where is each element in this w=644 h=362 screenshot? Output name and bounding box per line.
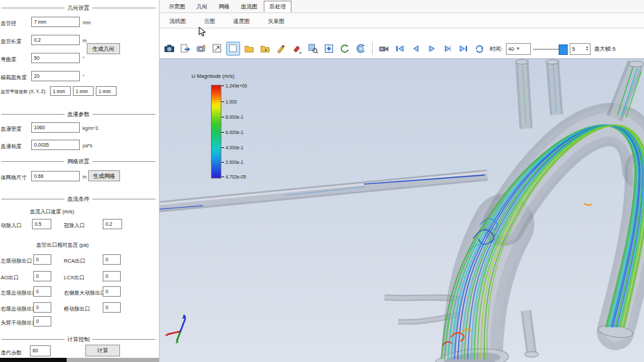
- inlet-2-field[interactable]: 0.2: [103, 219, 122, 229]
- zoom-to-box-icon[interactable]: [210, 42, 224, 56]
- zoom-grid-icon[interactable]: [306, 42, 320, 56]
- orbit-view-icon[interactable]: [354, 42, 368, 56]
- next-frame-icon[interactable]: [441, 42, 455, 56]
- outlet-8-label: 椎动脉出口: [64, 306, 90, 313]
- view-vector-button[interactable]: 矢量图: [265, 16, 287, 26]
- taskbar-edge-light: [67, 358, 159, 362]
- blood-viscosity-field[interactable]: 0.0035: [31, 140, 80, 150]
- outlet-pressure-header: 血管出口相对血压 (pa): [0, 242, 125, 249]
- section-angle-unit: °: [83, 74, 85, 79]
- legend-tick: 8.000e-1: [226, 115, 244, 120]
- outlet-4-field[interactable]: 0: [103, 271, 121, 281]
- save-state-icon[interactable]: [258, 42, 272, 56]
- group-title: 几何设置: [67, 4, 90, 12]
- group-title: 网格设置: [67, 158, 90, 165]
- generate-mesh-button[interactable]: 生成网格: [88, 170, 120, 181]
- view-streamline-button[interactable]: 流线图: [167, 16, 189, 26]
- branch-opening: [525, 352, 539, 357]
- center-view-icon[interactable]: [322, 42, 336, 56]
- tab-postprocess[interactable]: 后处理: [264, 1, 291, 13]
- outlet-9-label: 头臂干动脉出口: [1, 320, 37, 327]
- outlet-7-label: 右颈总动脉出口: [1, 306, 37, 313]
- group-title: 计算控制: [67, 336, 90, 343]
- vessel-diameter-label: 血管径: [1, 20, 17, 27]
- translate-z-field[interactable]: 1 mm: [96, 86, 117, 96]
- view-contour-button[interactable]: 云图: [201, 16, 218, 26]
- previous-frame-icon[interactable]: [409, 42, 423, 56]
- frame-spin-value: 5: [572, 46, 575, 52]
- section-angle-field[interactable]: 20: [31, 71, 80, 81]
- open-folder-icon[interactable]: [242, 42, 256, 56]
- legend-tick: 2.000e-1: [226, 160, 244, 165]
- vessel-length-unit: m: [83, 38, 87, 43]
- translate-y-field[interactable]: 1 mm: [73, 86, 94, 96]
- outlet-6-label: 右侧最大动脉出口: [64, 290, 105, 297]
- outlet-8-field[interactable]: 0: [103, 302, 121, 313]
- outlet-5-label: 左颈总动脉出口: [1, 290, 37, 297]
- screenshot-camera-icon[interactable]: [162, 42, 176, 56]
- color-legend: U Magnitude (m/s) 1.249e+00 1.000 8.000e…: [192, 73, 289, 188]
- vessel-diameter-field[interactable]: 7 mm: [31, 17, 80, 27]
- render-viewport[interactable]: U Magnitude (m/s) 1.249e+00 1.000 8.000e…: [160, 58, 644, 362]
- inlet-1-label: 动脉入口: [1, 222, 22, 229]
- branch-opening: [629, 61, 644, 67]
- toolbar-separator: [372, 42, 373, 55]
- steps-field[interactable]: 60: [30, 345, 51, 356]
- outlet-3-label: AO出口: [1, 274, 19, 281]
- mesh-group-header: 网格设置: [1, 158, 155, 165]
- mouse-cursor: [198, 26, 206, 37]
- generate-geometry-button[interactable]: 生成几何: [87, 43, 120, 54]
- outlet-6-field[interactable]: 0: [103, 286, 121, 297]
- calculate-button[interactable]: 计算: [85, 345, 120, 356]
- outlet-7-field[interactable]: 0: [33, 302, 51, 313]
- select-area-icon[interactable]: [226, 42, 240, 56]
- outlet-1-field[interactable]: 0: [33, 254, 51, 265]
- group-title: 血流条件: [67, 195, 90, 203]
- clear-view-icon[interactable]: [290, 42, 304, 56]
- outlet-2-field[interactable]: 0: [103, 254, 121, 265]
- play-icon[interactable]: [425, 42, 439, 56]
- steps-label: 迭代步数: [1, 349, 22, 356]
- time-slider[interactable]: [533, 44, 568, 54]
- first-frame-icon[interactable]: [393, 42, 407, 56]
- bend-angle-label: 弯曲度: [1, 56, 17, 63]
- bend-angle-field[interactable]: 50: [31, 53, 80, 63]
- compute-group-header: 计算控制: [1, 336, 155, 343]
- capture-view-icon[interactable]: [194, 42, 208, 56]
- outlet-3-field[interactable]: 0: [33, 271, 51, 281]
- blood-viscosity-unit: pa*s: [83, 143, 92, 148]
- outlet-2-label: RCA出口: [64, 258, 85, 265]
- view-velocity-button[interactable]: 速度图: [230, 16, 253, 26]
- section-angle-label: 横截面角度: [1, 74, 27, 81]
- spinner-arrows-icon[interactable]: ▲▼: [586, 46, 588, 51]
- tab-mesh[interactable]: 网格: [214, 1, 235, 12]
- paint-surface-icon[interactable]: [274, 42, 288, 56]
- slider-handle[interactable]: [559, 44, 568, 55]
- taskbar-edge: [0, 358, 67, 362]
- geometry-group-header: 几何设置: [1, 4, 155, 11]
- loop-animation-icon[interactable]: [473, 42, 486, 56]
- rotate-view-icon[interactable]: [338, 42, 352, 56]
- tab-schematic[interactable]: 示意图: [164, 1, 190, 12]
- time-combo[interactable]: 40▼: [506, 43, 531, 55]
- time-label: 时间:: [490, 45, 502, 53]
- mesh-size-field[interactable]: 0.66: [31, 171, 80, 181]
- translate-x-field[interactable]: 1 mm: [50, 86, 71, 96]
- outlet-9-field[interactable]: 0: [33, 316, 51, 327]
- outlet-1-label: 左颈动脉出口: [1, 258, 32, 265]
- blood-density-field[interactable]: 1060: [31, 122, 80, 133]
- frame-spinbox[interactable]: 5▲▼: [570, 43, 591, 55]
- app-window: 几何设置 血管径 7 mm mm 血管长度 0.2 m 生成几何 弯曲度 50 …: [0, 0, 644, 362]
- tab-flow[interactable]: 血流图: [236, 1, 262, 12]
- inlet-1-field[interactable]: 0.5: [32, 219, 51, 229]
- translate-label: 血管平移坐标 (X, Y, Z):: [1, 89, 46, 95]
- outlet-5-field[interactable]: 0: [33, 286, 51, 297]
- record-animation-icon[interactable]: [377, 42, 391, 56]
- outlet-4-label: LCX出口: [64, 274, 85, 281]
- export-scene-icon[interactable]: [178, 42, 192, 56]
- branch-opening: [516, 60, 528, 65]
- last-frame-icon[interactable]: [457, 42, 471, 56]
- vessel-length-field[interactable]: 0.2: [31, 35, 80, 45]
- time-value: 40: [508, 46, 514, 52]
- tab-geometry[interactable]: 几何: [192, 1, 212, 12]
